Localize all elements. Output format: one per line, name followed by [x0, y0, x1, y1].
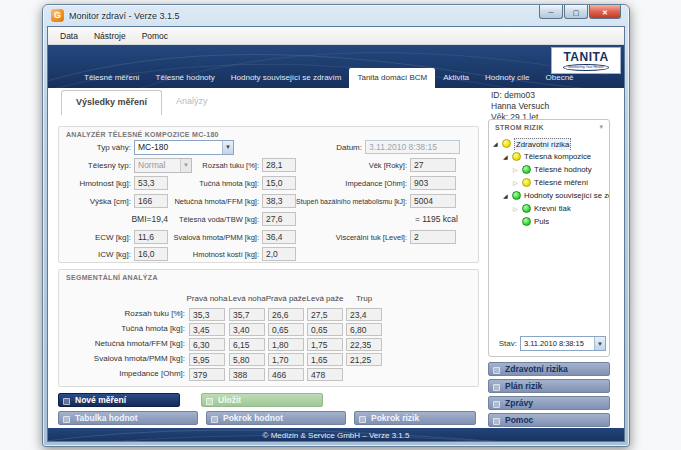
window-body: DataNástrojePomoc TANITA Monitoring Your… [47, 26, 625, 442]
tab-tanita-dom-c-bcm[interactable]: Tanita domácí BCM [349, 68, 435, 88]
close-button[interactable]: ✕ [589, 5, 621, 19]
seg-value-field[interactable]: 26,6 [268, 308, 304, 321]
save-button[interactable]: Uložit [201, 393, 323, 407]
health-risks-button[interactable]: Zdravotní rizika [488, 362, 610, 376]
age-field[interactable]: 27 [410, 158, 456, 172]
help-button[interactable]: Pomoc [488, 413, 610, 427]
seg-value-field[interactable]: 478 [307, 368, 343, 381]
tbw-field[interactable]: 27,6 [262, 212, 296, 226]
bmr-field[interactable]: 5004 [410, 194, 456, 208]
maximize-button[interactable]: ▢ [564, 5, 588, 19]
tab-t-lesn-m-en[interactable]: Tělesné měření [76, 68, 148, 88]
pmm-field[interactable]: 36,4 [262, 230, 296, 244]
fat-range-label: Rozsah tuku [%]: [143, 161, 259, 170]
seg-value-field[interactable]: 5,80 [229, 353, 265, 366]
seg-value-field[interactable]: 3,40 [229, 323, 265, 336]
tree-item-t-lesn-kompozice[interactable]: ◢Tělesná kompozice [489, 151, 609, 163]
menu-data[interactable]: Data [52, 27, 86, 45]
values-table-button[interactable]: Tabulka hodnot [58, 411, 198, 425]
seg-row-label: Netučná hmota/FFM [kg]: [59, 339, 185, 348]
titlebar[interactable]: G Monitor zdraví - Verze 3.1.5 ─ ▢ ✕ [43, 5, 629, 26]
status-dot-yellow [512, 152, 521, 161]
reports-button[interactable]: Zprávy [488, 396, 610, 410]
tree-expanded-icon[interactable]: ◢ [493, 138, 498, 150]
subtab-results[interactable]: Výsledky měření [61, 90, 162, 115]
tab-hodnoty-c-le[interactable]: Hodnoty cíle [477, 68, 537, 88]
seg-value-field[interactable]: 6,80 [346, 323, 382, 336]
impedance-field[interactable]: 903 [410, 176, 456, 190]
app-window: G Monitor zdraví - Verze 3.1.5 ─ ▢ ✕ Dat… [42, 4, 630, 447]
minimize-button[interactable]: ─ [539, 5, 563, 19]
seg-value-field[interactable]: 1,80 [268, 338, 304, 351]
seg-value-field[interactable]: 6,15 [229, 338, 265, 351]
risk-progress-button[interactable]: Pokrok rizik [354, 411, 476, 425]
risk-tree-title: STROM RIZIK [495, 124, 544, 131]
tree-item-t-lesn-hodnoty[interactable]: ▷Tělesné hodnoty [489, 164, 609, 176]
tab-bar: Tělesné měřeníTělesné hodnotyHodnoty sou… [76, 68, 582, 88]
tree-item-zdravotn-rizika[interactable]: ◢Zdravotní rizika [489, 138, 609, 150]
seg-value-field[interactable]: 1,75 [307, 338, 343, 351]
tree-item-puls[interactable]: Puls [489, 216, 609, 228]
fat-range-field[interactable]: 28,1 [262, 158, 296, 172]
values-progress-button[interactable]: Pokrok hodnot [206, 411, 346, 425]
icw-label: ICW [kg]: [59, 250, 131, 259]
seg-value-field[interactable]: 0,65 [268, 323, 304, 336]
menubar: DataNástrojePomoc [48, 27, 624, 45]
tree-item-t-lesn-m-en[interactable]: ▷Tělesné měření [489, 177, 609, 189]
visceral-fat-field[interactable]: 2 [410, 230, 456, 244]
bone-mass-label: Hmotnost kostí [kg]: [143, 250, 259, 259]
seg-row-label: Rozsah tuku [%]: [59, 309, 185, 318]
height-label: Výška [cm]: [59, 197, 131, 206]
patient-name: Hanna Versuch [491, 101, 549, 112]
tree-item-label[interactable]: Krevní tlak [534, 203, 571, 215]
seg-value-field[interactable]: 379 [189, 368, 225, 381]
tree-item-label[interactable]: Tělesná kompozice [524, 151, 591, 163]
ffm-field[interactable]: 38,3 [262, 194, 296, 208]
tree-item-label[interactable]: Hodnoty související se zdravím [524, 190, 609, 202]
tree-item-label[interactable]: Tělesné hodnoty [534, 164, 592, 176]
tree-collapsed-icon[interactable]: ▷ [513, 203, 518, 215]
tree-item-label[interactable]: Tělesné měření [534, 177, 588, 189]
menu-n-stroje[interactable]: Nástroje [86, 27, 134, 45]
seg-value-field[interactable]: 0,65 [307, 323, 343, 336]
seg-value-field[interactable]: 21,25 [346, 353, 382, 366]
seg-value-field[interactable]: 35,3 [189, 308, 225, 321]
dropdown-arrow-icon[interactable]: ▼ [594, 337, 605, 350]
bone-mass-field[interactable]: 2,0 [262, 247, 296, 261]
panel-collapse-icon[interactable]: ▾ [599, 123, 603, 131]
dropdown-arrow-icon[interactable]: ▼ [222, 141, 233, 154]
tree-item-label[interactable]: Zdravotní rizika [514, 138, 571, 150]
status-dot-green [522, 165, 531, 174]
tree-collapsed-icon[interactable]: ▷ [513, 177, 518, 189]
tree-item-label[interactable]: Puls [534, 216, 549, 228]
seg-value-field[interactable]: 3,45 [189, 323, 225, 336]
menu-pomoc[interactable]: Pomoc [134, 27, 176, 45]
tab-t-lesn-hodnoty[interactable]: Tělesné hodnoty [148, 68, 223, 88]
seg-value-field[interactable]: 22,35 [346, 338, 382, 351]
tab-aktivita[interactable]: Aktivita [435, 68, 477, 88]
tbw-label: Tělesná voda/TBW [kg]: [143, 215, 259, 224]
subtab-analyses[interactable]: Analýzy [162, 90, 222, 115]
tab-hodnoty-souvisej-c-se-zdrav-m[interactable]: Hodnoty související se zdravím [223, 68, 350, 88]
tree-item-krevn-tlak[interactable]: ▷Krevní tlak [489, 203, 609, 215]
seg-value-field[interactable]: 466 [268, 368, 304, 381]
seg-value-field[interactable]: 1,70 [268, 353, 304, 366]
seg-value-field[interactable]: 1,65 [307, 353, 343, 366]
impedance-label: Impedance [Ohm]: [299, 179, 407, 188]
tree-expanded-icon[interactable]: ◢ [503, 190, 508, 202]
new-measurement-button[interactable]: Nové měření [58, 393, 180, 407]
seg-value-field[interactable]: 388 [229, 368, 265, 381]
fat-mass-field[interactable]: 15,0 [262, 176, 296, 190]
scale-type-dropdown[interactable]: MC-180 ▼ [134, 140, 234, 155]
seg-value-field[interactable]: 35,7 [229, 308, 265, 321]
tab-obecn[interactable]: Obecné [538, 68, 582, 88]
seg-value-field[interactable]: 23,4 [346, 308, 382, 321]
tree-expanded-icon[interactable]: ◢ [503, 151, 508, 163]
seg-value-field[interactable]: 27,5 [307, 308, 343, 321]
tree-collapsed-icon[interactable]: ▷ [513, 164, 518, 176]
seg-value-field[interactable]: 5,95 [189, 353, 225, 366]
risk-plan-button[interactable]: Plán rizik [488, 379, 610, 393]
status-dropdown[interactable]: 3.11.2010 8:38:15 ▼ [520, 336, 606, 351]
tree-item-hodnoty-souvisej-c-se-zdrav-m[interactable]: ◢Hodnoty související se zdravím [489, 190, 609, 202]
seg-value-field[interactable]: 6,30 [189, 338, 225, 351]
